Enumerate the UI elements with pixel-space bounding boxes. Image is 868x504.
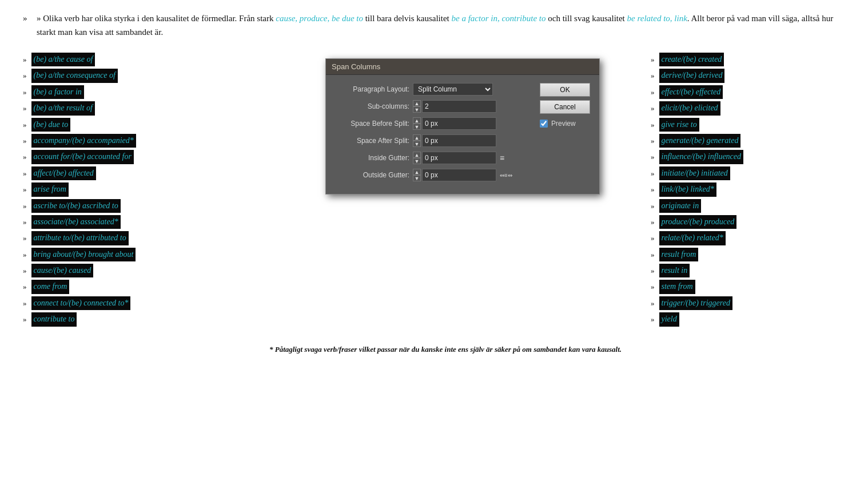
list-text: give rise to	[659, 118, 699, 132]
list-text: create/(be) created	[659, 53, 724, 66]
list-text: associate/(be) associated*	[31, 215, 121, 229]
list-text: (be) a/the cause of	[31, 53, 95, 66]
list-item: »effect/(be) effected	[651, 85, 845, 99]
bullet: »	[23, 249, 27, 261]
inside-gutter-up[interactable]: ▲	[413, 152, 421, 158]
list-item: »bring about/(be) brought about	[23, 248, 274, 261]
sub-columns-input[interactable]	[422, 100, 496, 113]
outside-gutter-input[interactable]	[422, 169, 496, 181]
strong-terms: cause, produce, be due to	[276, 14, 363, 23]
list-text: initiate/(be) initiated	[659, 166, 730, 180]
list-item: »trigger/(be) triggered	[651, 296, 845, 310]
list-text: (be) a factor in	[31, 85, 84, 99]
intro-bullet: »	[37, 14, 41, 23]
bullet: »	[23, 184, 27, 196]
right-column: »create/(be) created»derive/(be) derived…	[651, 53, 845, 329]
list-text: generate/(be) generated	[659, 134, 741, 148]
outside-gutter-up[interactable]: ▲	[413, 169, 421, 175]
inside-gutter-spinners: ▲ ▼	[413, 152, 421, 164]
list-item: »ascribe to/(be) ascribed to	[23, 199, 274, 213]
bullet: »	[651, 86, 655, 98]
list-item: »(be) due to	[23, 118, 274, 132]
space-after-up[interactable]: ▲	[413, 134, 421, 141]
bullet: »	[23, 281, 27, 293]
list-text: account for/(be) accounted for	[31, 150, 134, 164]
list-text: relate/(be) related*	[659, 231, 726, 245]
bullet: »	[651, 281, 655, 293]
list-text: yield	[659, 312, 679, 326]
outside-gutter-icon: ⇔≡⇔	[500, 172, 512, 178]
list-text: ascribe to/(be) ascribed to	[31, 199, 121, 213]
list-text: link/(be) linked*	[659, 182, 716, 196]
list-text: influence/(be) influenced	[659, 150, 744, 164]
space-before-up[interactable]: ▲	[413, 117, 421, 124]
space-before-wrap: ▲ ▼	[413, 117, 533, 130]
ok-button[interactable]: OK	[540, 83, 590, 97]
dialog-body: Paragraph Layout: Split Column Span All …	[326, 75, 599, 194]
list-item: »contribute to	[23, 312, 274, 326]
bullet: »	[651, 151, 655, 163]
intro-paragraph: » Olika verb har olika styrka i den kaus…	[23, 11, 845, 39]
inside-gutter-wrap: ▲ ▼ ≡	[413, 152, 533, 164]
outside-gutter-row: Outside Gutter: ▲ ▼ ⇔≡⇔	[335, 169, 533, 181]
bullet: »	[23, 200, 27, 212]
space-before-row: Space Before Split: ▲ ▼	[335, 117, 533, 130]
list-text: originate in	[659, 199, 702, 213]
list-text: (be) due to	[31, 118, 71, 132]
bullet: »	[23, 265, 27, 277]
dialog-titlebar: Span Columns	[326, 59, 599, 75]
list-text: trigger/(be) triggered	[659, 296, 732, 310]
bullet: »	[23, 119, 27, 131]
sub-columns-up[interactable]: ▲	[413, 100, 421, 106]
list-text: elicit/(be) elicited	[659, 101, 720, 115]
outside-gutter-spinners: ▲ ▼	[413, 169, 421, 181]
list-item: »(be) a factor in	[23, 85, 274, 99]
sub-columns-wrap: ▲ ▼	[413, 100, 533, 113]
bullet: »	[23, 70, 27, 82]
outside-gutter-down[interactable]: ▼	[413, 175, 421, 181]
bullet: »	[651, 200, 655, 212]
paragraph-layout-row: Paragraph Layout: Split Column Span All …	[335, 83, 533, 96]
list-item: »relate/(be) related*	[651, 231, 845, 245]
preview-checkbox[interactable]	[540, 120, 548, 128]
space-before-input[interactable]	[422, 117, 496, 130]
inside-gutter-input[interactable]	[422, 152, 496, 164]
space-after-down[interactable]: ▼	[413, 141, 421, 147]
list-text: bring about/(be) brought about	[31, 248, 136, 261]
list-item: »attribute to/(be) attributed to	[23, 231, 274, 245]
bullet: »	[651, 313, 655, 326]
list-item: »(be) a/the result of	[23, 101, 274, 115]
bullet: »	[23, 151, 27, 163]
sub-columns-down[interactable]: ▼	[413, 106, 421, 113]
list-item: »come from	[23, 280, 274, 293]
cancel-button[interactable]: Cancel	[540, 100, 590, 114]
inside-gutter-down[interactable]: ▼	[413, 158, 421, 164]
outside-gutter-wrap: ▲ ▼ ⇔≡⇔	[413, 169, 533, 181]
space-after-input[interactable]	[422, 134, 496, 147]
list-item: »accompany/(be) accompanied*	[23, 134, 274, 148]
paragraph-layout-label: Paragraph Layout:	[335, 85, 409, 93]
bullet: »	[23, 216, 27, 228]
dialog-fields: Paragraph Layout: Split Column Span All …	[335, 83, 533, 186]
columns-area: »(be) a/the cause of»(be) a/the conseque…	[23, 53, 845, 329]
dialog-actions: OK Cancel Preview	[540, 83, 590, 186]
space-after-spinners: ▲ ▼	[413, 134, 421, 147]
bullet: »	[651, 265, 655, 277]
space-before-spinners: ▲ ▼	[413, 117, 421, 130]
list-text: result in	[659, 264, 690, 277]
bullet: »	[651, 249, 655, 261]
bullet: »	[651, 135, 655, 147]
inside-gutter-label: Inside Gutter:	[335, 154, 409, 162]
list-item: »influence/(be) influenced	[651, 150, 845, 164]
sub-columns-row: Sub-columns: ▲ ▼	[335, 100, 533, 113]
list-text: come from	[31, 280, 70, 293]
list-text: derive/(be) derived	[659, 69, 725, 82]
space-before-down[interactable]: ▼	[413, 124, 421, 130]
list-item: »create/(be) created	[651, 53, 845, 66]
paragraph-layout-select[interactable]: Split Column Span All Columns None	[413, 83, 493, 96]
list-item: »cause/(be) caused	[23, 264, 274, 277]
inside-gutter-row: Inside Gutter: ▲ ▼ ≡	[335, 152, 533, 164]
list-text: produce/(be) produced	[659, 215, 737, 229]
bullet: »	[23, 86, 27, 98]
list-text: accompany/(be) accompanied*	[31, 134, 136, 148]
